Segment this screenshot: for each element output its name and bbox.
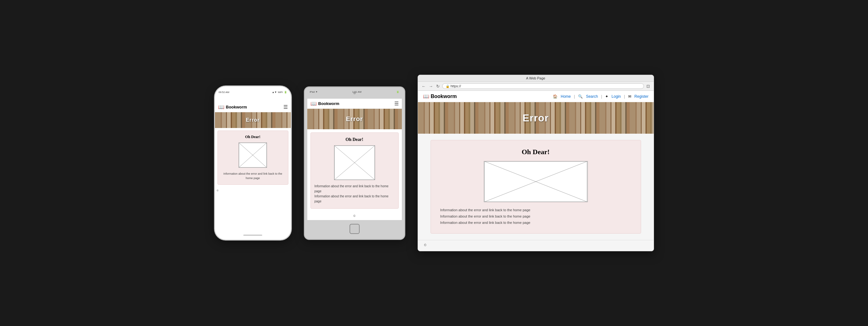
browser-footer: © (418, 240, 654, 250)
tablet-app: 📖 Bookworm ☰ Error Oh Dear! (307, 99, 402, 220)
browser-hero-title: Error (523, 112, 549, 124)
browser-error-card: Oh Dear! Information about the error and… (431, 140, 641, 234)
book-icon: 📖 (218, 104, 224, 110)
browser-title: A Web Page (526, 76, 545, 80)
browser-error-text: Information about the error and link bac… (440, 207, 631, 226)
phone-hero-banner: Error (215, 112, 291, 128)
tablet-copyright: © (353, 214, 355, 217)
phone-app-header: 📖 Bookworm ☰ (215, 102, 291, 112)
phone-logo-text: Bookworm (226, 105, 247, 110)
login-link[interactable]: Login (612, 94, 621, 99)
browser-nav-links: 🏠 Home | 🔍 Search | ✦ Login | ✉ Register (553, 94, 648, 99)
tablet-hero-title: Error (346, 115, 363, 123)
tablet-logo: 📖 Bookworm (310, 100, 339, 107)
phone-copyright: © (217, 189, 219, 192)
search-link[interactable]: Search (586, 94, 598, 99)
bookmark-button[interactable]: ⊡ (646, 84, 651, 89)
tablet-footer: © (307, 212, 402, 220)
browser-copyright: © (424, 243, 427, 247)
tablet-app-header: 📖 Bookworm ☰ (307, 99, 402, 109)
tablet-menu-button[interactable]: ☰ (394, 100, 399, 107)
tablet-device: iPad ✦ 1:31 AM 🔋 📖 Bookworm ☰ Error (304, 87, 405, 240)
tablet-home-button[interactable] (349, 224, 360, 234)
phone-device: 09:52 AM ▲▼ WiFi 🔋 📖 Bookworm ☰ Error (214, 86, 291, 240)
browser-logo: 📖 Bookworm (423, 93, 457, 99)
tablet-placeholder-image (334, 145, 375, 180)
tablet-time: 1:31 AM (352, 90, 361, 93)
home-icon: 🏠 (553, 94, 558, 99)
login-icon: ✦ (605, 94, 608, 99)
tablet-error-card-title: Oh Dear! (314, 137, 395, 142)
phone-content: 📖 Bookworm ☰ Error Oh Dear! (215, 102, 291, 194)
tablet-error-text: Information about the error and link bac… (314, 184, 395, 204)
battery-icon: 🔋 (284, 91, 287, 94)
back-button[interactable]: ← (421, 84, 427, 89)
address-bar[interactable]: 🔒 https:// (442, 83, 644, 89)
reload-button[interactable]: ↻ (436, 84, 440, 89)
tablet-battery: 🔋 (396, 90, 399, 93)
browser-placeholder-image (484, 161, 588, 202)
search-icon: 🔍 (578, 94, 583, 99)
address-text: https:// (451, 84, 461, 88)
phone-placeholder-image (239, 143, 267, 168)
phone-menu-button[interactable]: ☰ (283, 104, 288, 110)
phone-error-text: Information about the error and link bac… (220, 172, 285, 181)
browser-content: 📖 Bookworm 🏠 Home | 🔍 Search | ✦ Login |… (418, 91, 654, 250)
register-icon: ✉ (628, 94, 631, 99)
tablet-error-card: Oh Dear! Information about the error and… (310, 132, 399, 209)
browser-logo-text: Bookworm (431, 94, 457, 99)
browser-error-line-3: Information about the error and link bac… (440, 220, 631, 226)
browser-book-icon: 📖 (423, 93, 429, 99)
phone-footer: © (215, 187, 291, 194)
phone-error-card: Oh Dear! Information about the error and… (217, 130, 288, 185)
phone-error-card-title: Oh Dear! (220, 135, 285, 139)
browser-app-header: 📖 Bookworm 🏠 Home | 🔍 Search | ✦ Login |… (418, 91, 654, 102)
home-link[interactable]: Home (561, 94, 571, 99)
tablet-status-left: iPad ✦ (310, 90, 318, 93)
phone-status-icons: ▲▼ WiFi 🔋 (272, 91, 287, 94)
browser-hero-banner: Error (418, 102, 654, 134)
browser-error-card-title: Oh Dear! (440, 148, 631, 156)
browser-titlebar: A Web Page (418, 75, 654, 82)
phone-home-indicator (243, 235, 262, 236)
wifi-icon: WiFi (278, 91, 283, 94)
browser-toolbar: ← → ↻ 🔒 https:// ⊡ (418, 82, 654, 91)
tablet-hero-banner: Error (307, 109, 402, 129)
tablet-content: 📖 Bookworm ☰ Error Oh Dear! (307, 99, 402, 220)
tablet-book-icon: 📖 (310, 100, 317, 107)
forward-button[interactable]: → (428, 84, 434, 89)
browser-device: A Web Page ← → ↻ 🔒 https:// ⊡ 📖 Bookworm… (417, 75, 654, 251)
phone-logo: 📖 Bookworm (218, 104, 247, 110)
browser-error-line-2: Information about the error and link bac… (440, 213, 631, 220)
register-link[interactable]: Register (634, 94, 649, 99)
secure-icon: 🔒 (446, 85, 450, 88)
signal-icon: ▲▼ (272, 91, 277, 94)
browser-error-line-1: Information about the error and link bac… (440, 207, 631, 213)
tablet-logo-text: Bookworm (318, 101, 339, 106)
phone-status-bar: 09:52 AM ▲▼ WiFi 🔋 (219, 91, 287, 94)
tablet-status-bar: iPad ✦ 1:31 AM 🔋 (305, 90, 404, 93)
phone-time: 09:52 AM (219, 91, 229, 94)
phone-hero-title: Error (246, 117, 260, 123)
